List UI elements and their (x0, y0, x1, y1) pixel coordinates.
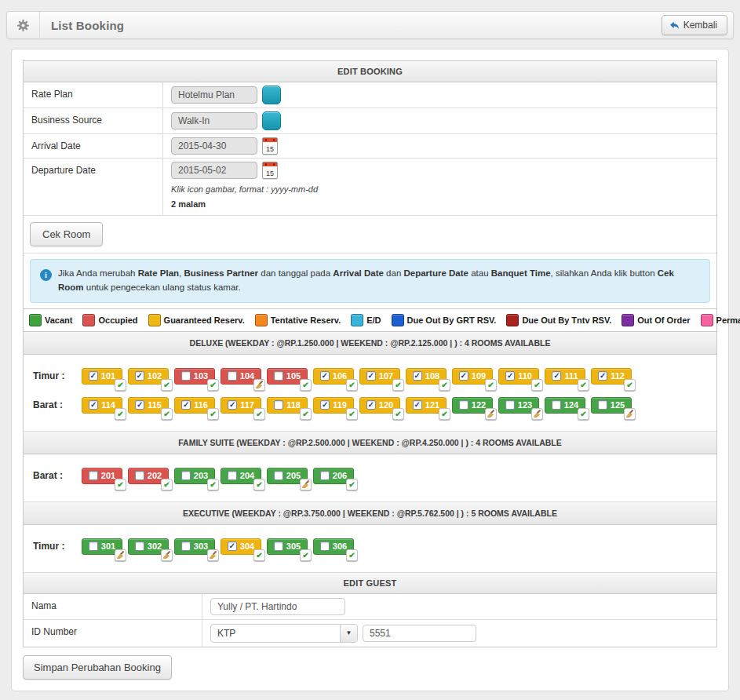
room-number: 301 (101, 541, 115, 551)
room-button-103[interactable]: 103✔ (174, 368, 215, 385)
room-checkbox-123[interactable] (505, 400, 515, 410)
room-button-302[interactable]: 302 (128, 538, 169, 555)
room-button-203[interactable]: 203✔ (174, 468, 215, 484)
business-source-picker-button[interactable] (262, 111, 281, 130)
business-source-input[interactable] (171, 112, 257, 129)
room-checkbox-102[interactable]: ✓ (135, 371, 144, 381)
room-button-301[interactable]: 301 (82, 538, 122, 555)
room-checkbox-306[interactable] (320, 541, 330, 551)
room-checkbox-203[interactable] (181, 471, 191, 480)
room-button-114[interactable]: ✓114✔ (82, 397, 122, 414)
id-type-select[interactable]: KTP ▼ (210, 624, 358, 643)
room-checkbox-206[interactable] (320, 471, 330, 480)
rate-plan-input[interactable] (171, 86, 257, 104)
room-button-110[interactable]: ✓110✔ (498, 368, 539, 385)
room-button-112[interactable]: ✓112✔ (591, 368, 632, 385)
room-checkbox-104[interactable] (228, 371, 237, 381)
room-number: 107 (379, 371, 393, 381)
room-checkbox-109[interactable]: ✓ (459, 371, 468, 381)
room-button-106[interactable]: ✓106✔ (313, 368, 354, 385)
room-checkbox-121[interactable]: ✓ (413, 400, 422, 410)
room-checkbox-120[interactable]: ✓ (366, 400, 376, 410)
departure-date-input[interactable] (171, 162, 257, 179)
room-button-101[interactable]: ✓101✔ (82, 368, 122, 385)
room-checkbox-305[interactable] (274, 541, 283, 551)
room-checkbox-122[interactable] (459, 400, 468, 410)
guest-name-input[interactable] (210, 598, 345, 615)
room-checkbox-107[interactable]: ✓ (366, 371, 376, 381)
room-button-108[interactable]: ✓108✔ (406, 368, 447, 385)
room-checkbox-125[interactable] (598, 400, 607, 410)
clean-check-icon: ✔ (300, 549, 312, 561)
room-button-116[interactable]: ✓116✔ (174, 397, 215, 414)
room-button-123[interactable]: 123 (498, 397, 539, 414)
room-checkbox-301[interactable] (89, 541, 98, 551)
clean-check-icon: ✔ (253, 479, 265, 490)
room-button-124[interactable]: 124✔ (545, 397, 585, 414)
room-checkbox-111[interactable]: ✓ (552, 371, 561, 381)
room-checkbox-202[interactable] (135, 471, 144, 480)
room-button-121[interactable]: ✓121✔ (406, 397, 447, 414)
room-checkbox-302[interactable] (135, 541, 144, 551)
room-button-205[interactable]: 205 (267, 468, 308, 484)
room-button-117[interactable]: ✓117✔ (221, 397, 261, 414)
room-checkbox-204[interactable] (228, 471, 237, 480)
room-checkbox-112[interactable]: ✓ (598, 371, 607, 381)
room-button-306[interactable]: 306✔ (313, 538, 354, 555)
clean-check-icon: ✔ (300, 379, 312, 391)
room-checkbox-101[interactable]: ✓ (89, 371, 98, 381)
clean-check-icon: ✔ (253, 549, 265, 561)
room-checkbox-201[interactable] (89, 471, 98, 480)
room-button-120[interactable]: ✓120✔ (359, 397, 400, 414)
business-source-label: Business Source (24, 108, 163, 133)
room-button-125[interactable]: 125 (591, 397, 632, 414)
room-checkbox-105[interactable] (274, 371, 283, 381)
room-checkbox-114[interactable]: ✓ (89, 400, 98, 410)
room-button-305[interactable]: 305✔ (267, 538, 308, 555)
room-button-122[interactable]: 122 (452, 397, 493, 414)
departure-calendar-icon[interactable]: 15 (262, 162, 278, 179)
room-checkbox-303[interactable] (181, 541, 191, 551)
clean-check-icon: ✔ (161, 479, 173, 490)
room-button-107[interactable]: ✓107✔ (359, 368, 400, 385)
room-button-105[interactable]: 105✔ (267, 368, 308, 385)
room-button-111[interactable]: ✓111✔ (545, 368, 585, 385)
room-checkbox-103[interactable] (181, 371, 191, 381)
room-checkbox-115[interactable]: ✓ (135, 400, 144, 410)
room-button-204[interactable]: 204✔ (221, 468, 261, 484)
cek-room-button[interactable]: Cek Room (30, 222, 103, 246)
arrival-date-input[interactable] (171, 137, 257, 155)
room-checkbox-304[interactable]: ✓ (228, 541, 237, 551)
room-button-304[interactable]: ✓304✔ (221, 538, 261, 555)
back-button[interactable]: Kembali (662, 15, 727, 35)
legend-color-swatch (392, 314, 404, 326)
room-button-303[interactable]: 303 (174, 538, 215, 555)
room-checkbox-110[interactable]: ✓ (505, 371, 515, 381)
room-button-119[interactable]: ✓119✔ (313, 397, 354, 414)
arrival-calendar-icon[interactable]: 15 (262, 137, 278, 155)
broom-icon (531, 408, 543, 420)
clean-check-icon: ✔ (346, 549, 358, 561)
info-icon: i (40, 269, 52, 281)
room-type-header: DELUXE (WEEKDAY : @RP.1.250.000 | WEEKEN… (24, 332, 716, 355)
room-button-102[interactable]: ✓102✔ (128, 368, 169, 385)
room-button-115[interactable]: ✓115✔ (128, 397, 169, 414)
legend-color-swatch (255, 314, 268, 326)
room-button-104[interactable]: 104 (221, 368, 261, 385)
room-button-201[interactable]: 201✔ (82, 468, 122, 484)
guest-id-input[interactable] (363, 625, 476, 642)
room-checkbox-205[interactable] (274, 471, 283, 480)
room-checkbox-117[interactable]: ✓ (228, 400, 237, 410)
room-checkbox-118[interactable] (274, 400, 283, 410)
room-checkbox-119[interactable]: ✓ (320, 400, 330, 410)
room-button-118[interactable]: 118✔ (267, 397, 308, 414)
room-button-206[interactable]: 206✔ (313, 468, 354, 484)
room-checkbox-124[interactable] (552, 400, 561, 410)
room-button-202[interactable]: 202✔ (128, 468, 169, 484)
rate-plan-picker-button[interactable] (262, 86, 281, 104)
room-button-109[interactable]: ✓109✔ (452, 368, 493, 385)
room-checkbox-116[interactable]: ✓ (181, 400, 191, 410)
room-checkbox-106[interactable]: ✓ (320, 371, 330, 381)
save-booking-button[interactable]: Simpan Perubahan Booking (23, 655, 172, 680)
room-checkbox-108[interactable]: ✓ (413, 371, 422, 381)
